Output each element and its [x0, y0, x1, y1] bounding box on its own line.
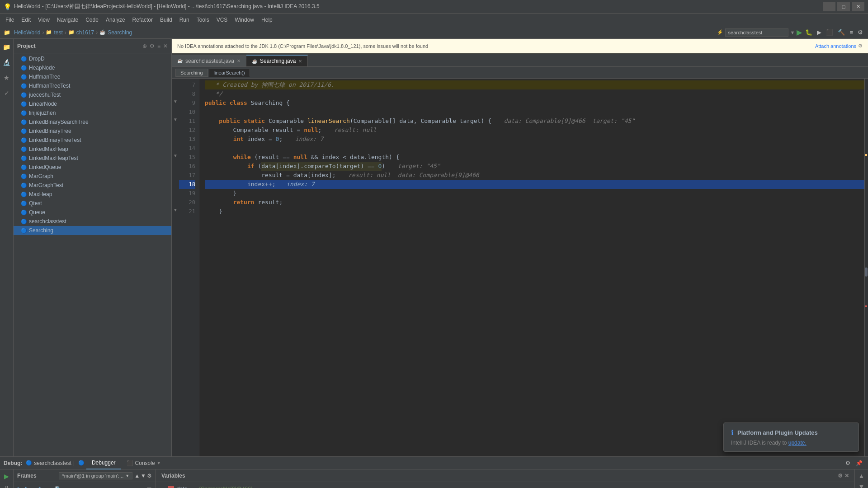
- run-button[interactable]: ▶: [797, 28, 802, 37]
- step-over-button[interactable]: ⤵: [17, 486, 20, 488]
- debug-tab-console[interactable]: ⬛ Console ▼: [121, 457, 166, 469]
- menu-tools[interactable]: Tools: [193, 15, 213, 25]
- settings-icon[interactable]: ⚙: [856, 28, 864, 37]
- tree-item-linkedmaxheaptest[interactable]: 🔵 LinkedMaxHeapTest: [14, 154, 171, 163]
- menu-help[interactable]: Help: [258, 15, 276, 25]
- tab-searching[interactable]: ☕ Searching.java ✕: [246, 55, 308, 66]
- stop-button[interactable]: ⬛: [825, 28, 835, 37]
- minimize-button[interactable]: ─: [823, 2, 835, 11]
- menu-code[interactable]: Code: [82, 15, 102, 25]
- breadcrumb-searching[interactable]: Searching: [108, 29, 132, 36]
- annotation-gear-icon[interactable]: ⚙: [858, 43, 863, 49]
- tree-item-qtest[interactable]: 🔵 Qtest: [14, 199, 171, 208]
- resume-button[interactable]: ▶: [3, 471, 10, 481]
- sidebar-close-icon[interactable]: ✕: [163, 43, 168, 49]
- breadcrumb-test[interactable]: test: [54, 29, 62, 36]
- menu-edit[interactable]: Edit: [18, 15, 34, 25]
- sidebar-sync-icon[interactable]: ⊕: [142, 43, 147, 49]
- menu-build[interactable]: Build: [156, 15, 176, 25]
- sidebar-gear-icon[interactable]: ≡: [157, 43, 160, 49]
- tree-item-heapnode[interactable]: 🔵 HeapNode: [14, 63, 171, 72]
- menu-refactor[interactable]: Refactor: [129, 15, 156, 25]
- collapse-while-btn[interactable]: ▼: [173, 153, 178, 158]
- breadcrumb-helloworld[interactable]: HelloWorld: [14, 29, 40, 36]
- tree-item-huffmantree[interactable]: 🔵 HuffmanTree: [14, 72, 171, 81]
- tree-item-margraphtest[interactable]: 🔵 MarGraphTest: [14, 181, 171, 190]
- restore-button[interactable]: □: [837, 2, 850, 11]
- side-arrow-up[interactable]: ▲: [858, 471, 866, 480]
- code-content[interactable]: * Created by 神国七律 on 2017/11/6. */ publi…: [199, 79, 864, 456]
- tree-item-queue[interactable]: 🔵 Queue: [14, 208, 171, 217]
- method-tab-searching[interactable]: Searching: [175, 69, 208, 77]
- menu-bar: File Edit View Navigate Code Analyze Ref…: [0, 14, 868, 26]
- thread-selector[interactable]: *main*@1 in group 'main':... ▼: [59, 472, 132, 479]
- collapse-class2-btn[interactable]: ▼: [173, 207, 178, 212]
- tab-close-icon[interactable]: ✕: [298, 59, 302, 64]
- collapse-class-btn[interactable]: ▼: [173, 99, 178, 104]
- expand-icon[interactable]: ▶: [160, 487, 165, 488]
- debug-settings-icon[interactable]: ⚙: [844, 459, 852, 467]
- close-button[interactable]: ✕: [852, 2, 864, 11]
- class-icon: 🔵: [21, 174, 27, 179]
- tree-item-linkedmaxheap[interactable]: 🔵 LinkedMaxHeap: [14, 145, 171, 154]
- todo-icon[interactable]: ✓: [0, 87, 13, 99]
- tree-item-margraph[interactable]: 🔵 MarGraph: [14, 172, 171, 181]
- step-out-button[interactable]: ⬆: [37, 486, 42, 488]
- variables-close-icon[interactable]: ✕: [844, 473, 849, 479]
- tree-item-searchclasstest[interactable]: 🔵 searchclasstest: [14, 217, 171, 226]
- collapse-method-btn[interactable]: ▼: [173, 117, 178, 122]
- var-item-data[interactable]: ▶ p data = {Comparable[9]@466}: [156, 484, 854, 488]
- tree-item-linearnode[interactable]: 🔵 LinearNode: [14, 99, 171, 108]
- menu-run[interactable]: Run: [176, 15, 193, 25]
- evaluate-button[interactable]: 🔍: [54, 486, 62, 488]
- frame-up-arrow[interactable]: ▲: [134, 473, 140, 479]
- code-editor[interactable]: ▼ ▼ ▼ ▼ 7 8 9 10 11 12 13: [172, 79, 868, 456]
- tree-item-maxheap[interactable]: 🔵 MaxHeap: [14, 190, 171, 199]
- debug-pin-icon[interactable]: 📌: [854, 459, 864, 467]
- menu-navigate[interactable]: Navigate: [53, 15, 82, 25]
- console-popup-icon[interactable]: ▼: [157, 461, 161, 465]
- variables-settings-icon[interactable]: ⚙: [838, 473, 843, 479]
- tree-item-jueceshutest[interactable]: 🔵 jueceshuTest: [14, 90, 171, 99]
- tree-item-linkedqueue[interactable]: 🔵 LinkedQueue: [14, 163, 171, 172]
- more-button[interactable]: ≡: [848, 28, 854, 37]
- menu-view[interactable]: View: [34, 15, 53, 25]
- method-tab-linearsearch[interactable]: linearSearch(): [209, 69, 250, 77]
- run-to-cursor-button[interactable]: →: [45, 486, 52, 488]
- side-arrow-down[interactable]: ▼: [858, 482, 866, 488]
- notify-header: ℹ Platform and Plugin Updates: [731, 428, 851, 437]
- breadcrumb-ch1617[interactable]: ch1617: [76, 29, 94, 36]
- frame-down-arrow[interactable]: ▼: [141, 473, 146, 479]
- menu-file[interactable]: File: [2, 15, 18, 25]
- tree-item-linkedbinarysearchtree[interactable]: 🔵 LinkedBinarySearchTree: [14, 117, 171, 127]
- tree-item-searching[interactable]: 🔵 Searching: [14, 226, 171, 235]
- build-button[interactable]: 🔨: [836, 28, 846, 37]
- tab-close-icon[interactable]: ✕: [237, 58, 241, 63]
- attach-annotations-link[interactable]: Attach annotations: [815, 43, 856, 49]
- sidebar-settings-icon[interactable]: ⚙: [150, 43, 155, 49]
- editor-scrollbar[interactable]: [864, 79, 868, 456]
- debug-tab-debugger[interactable]: Debugger: [86, 457, 121, 469]
- notify-link[interactable]: update.: [788, 440, 807, 446]
- structure-icon[interactable]: 🔬: [0, 56, 13, 69]
- java-icon: ☕: [177, 58, 183, 63]
- tree-item-huffmantreetest[interactable]: 🔵 HuffmanTreeTest: [14, 81, 171, 90]
- step-into-button[interactable]: ⬇: [23, 486, 28, 488]
- tab-searchclasstest[interactable]: ☕ searchclasstest.java ✕: [172, 55, 246, 66]
- restore-layout-button[interactable]: ⊞: [146, 486, 152, 488]
- tree-item-linkedbinarytree[interactable]: 🔵 LinkedBinaryTree: [14, 127, 171, 136]
- run-config-input[interactable]: [725, 28, 788, 37]
- menu-window[interactable]: Window: [231, 15, 258, 25]
- menu-analyze[interactable]: Analyze: [102, 15, 129, 25]
- favorites-icon[interactable]: ★: [0, 71, 13, 84]
- run-coverage-button[interactable]: ▶: [816, 28, 823, 37]
- tree-item-linkedbinarytreetest[interactable]: 🔵 LinkedBinaryTreeTest: [14, 136, 171, 145]
- debug-button[interactable]: 🐛: [804, 28, 814, 37]
- project-icon[interactable]: 📁: [0, 41, 13, 53]
- force-step-into-button[interactable]: ↓: [31, 486, 34, 488]
- frame-settings-icon[interactable]: ⚙: [147, 473, 152, 479]
- menu-vcs[interactable]: VCS: [213, 15, 231, 25]
- tree-item-linjiejuzhen[interactable]: 🔵 linjiejuzhen: [14, 108, 171, 117]
- tree-item-dropd[interactable]: 🔵 DropD: [14, 54, 171, 63]
- pause-button[interactable]: ⏸: [2, 483, 11, 488]
